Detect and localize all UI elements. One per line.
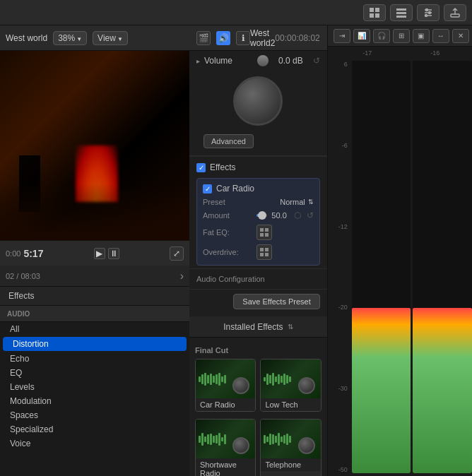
- wb: [210, 434, 212, 445]
- volume-header[interactable]: ▸ Volume 0.0 dB ↺: [189, 51, 327, 71]
- meter-top-label-r: -16: [430, 49, 439, 56]
- meter-channel-r: [413, 61, 472, 473]
- meter-label-n6: -6: [331, 142, 348, 149]
- play-button[interactable]: ▶: [94, 248, 105, 259]
- wb: [281, 376, 283, 383]
- wb: [275, 436, 277, 443]
- wb: [199, 376, 201, 382]
- share-button[interactable]: [444, 4, 466, 21]
- view-control[interactable]: View: [93, 31, 128, 45]
- save-effects-preset-button[interactable]: Save Effects Preset: [233, 294, 319, 309]
- info-icon[interactable]: ℹ: [236, 31, 250, 45]
- telephone-thumb[interactable]: Telephone: [260, 419, 321, 476]
- audio-specialized-item[interactable]: Specialized: [0, 422, 189, 436]
- volume-knob[interactable]: [233, 76, 283, 126]
- preset-chevron: ⇅: [308, 198, 314, 206]
- shortwave-thumb-knob: [232, 437, 249, 454]
- installed-effects-grid: Final Cut: [189, 338, 327, 476]
- audio-config-row: Audio Configuration: [189, 268, 327, 289]
- wb: [213, 376, 215, 383]
- fat-eq-grid-button[interactable]: [256, 225, 272, 240]
- amount-reset-icon[interactable]: ↺: [307, 210, 314, 220]
- wb: [199, 436, 201, 443]
- pause-button[interactable]: ⏸: [108, 248, 119, 259]
- svg-rect-2: [370, 13, 374, 18]
- meter-labels: 6 -6 -12 -20 -30 -50: [331, 61, 350, 473]
- shortwave-radio-thumb[interactable]: Shortwave Radio: [195, 419, 256, 476]
- telephone-thumb-img: [261, 420, 320, 458]
- audio-voice-item[interactable]: Voice: [0, 436, 189, 451]
- low-tech-thumb[interactable]: Low Tech: [260, 359, 321, 412]
- overdrive-grid-button[interactable]: [256, 244, 272, 260]
- fullscreen-button[interactable]: ⤢: [170, 246, 184, 261]
- car-radio-thumb[interactable]: Car Radio: [195, 359, 256, 412]
- audio-spaces-item[interactable]: Spaces: [0, 408, 189, 422]
- volume-section: ▸ Volume 0.0 dB ↺ Advanced: [189, 51, 327, 156]
- audio-label: AUDIO: [7, 310, 30, 318]
- svg-point-10: [426, 8, 428, 11]
- top-toolbar: [0, 0, 472, 25]
- meter-btn-5[interactable]: ▣: [413, 29, 430, 43]
- grid-view-button[interactable]: [363, 4, 386, 21]
- wb: [286, 375, 288, 383]
- clip-icon[interactable]: 🎬: [196, 31, 211, 45]
- timeline-header: 02 / 08:03 ›: [0, 266, 189, 287]
- preview-title: West world: [6, 33, 47, 43]
- meter-btn-4[interactable]: ⊞: [393, 29, 410, 43]
- audio-all-item[interactable]: All: [0, 322, 189, 336]
- clip-timecode: 00:00:08:02: [275, 33, 319, 43]
- effects-checkbox[interactable]: ✓: [196, 163, 206, 172]
- inspector-header: 🎬 🔊 ℹ West world2 00:00:08:02: [189, 25, 327, 51]
- wb: [269, 434, 271, 445]
- wb: [216, 435, 218, 444]
- meter-btn-3[interactable]: 🎧: [373, 29, 390, 43]
- meter-panel: ⇥ 📊 🎧 ⊞ ▣ ↔ ✕ -17 -16 6 -6 -12 -20 -30 -…: [327, 25, 472, 476]
- car-radio-checkbox[interactable]: ✓: [203, 184, 212, 194]
- wb: [283, 435, 285, 444]
- telephone-thumb-knob: [298, 437, 315, 454]
- meter-label-n20: -20: [331, 304, 348, 311]
- amount-slider-thumb: [258, 211, 266, 220]
- amount-slider[interactable]: [256, 214, 267, 217]
- installed-effects-sort[interactable]: ⇅: [288, 323, 293, 331]
- audio-eq-item[interactable]: EQ: [0, 366, 189, 380]
- car-radio-header: ✓ Car Radio: [197, 182, 319, 196]
- wb: [269, 375, 271, 383]
- audio-distortion-item[interactable]: Distortion: [3, 337, 187, 351]
- volume-knob-area: [189, 71, 327, 129]
- audio-echo-item[interactable]: Echo: [0, 352, 189, 366]
- shortwave-thumb-label: Shortwave Radio: [196, 458, 255, 476]
- audio-config-label: Audio Configuration: [196, 275, 265, 283]
- wb: [201, 433, 203, 446]
- meter-btn-2[interactable]: 📊: [353, 29, 370, 43]
- meter-label-6: 6: [331, 61, 348, 68]
- list-view-button[interactable]: [390, 4, 413, 21]
- advanced-button[interactable]: Advanced: [203, 134, 254, 148]
- zoom-control[interactable]: 38%: [53, 31, 87, 45]
- audio-icon[interactable]: 🔊: [216, 31, 230, 45]
- audio-levels-item[interactable]: Levels: [0, 380, 189, 394]
- volume-arrow: ▸: [196, 57, 200, 65]
- wb: [221, 437, 223, 441]
- meter-btn-1[interactable]: ⇥: [334, 29, 350, 43]
- overdrive-label: Overdrive:: [203, 248, 252, 256]
- inspector-title-group: 🎬 🔊 ℹ: [196, 31, 250, 45]
- effects-section: ✓ Effects ✓ Car Radio Preset Normal ⇅: [189, 156, 327, 316]
- wb: [289, 376, 291, 382]
- adjust-button[interactable]: [417, 4, 439, 21]
- advanced-section: Advanced: [189, 129, 327, 155]
- amount-lock-icon[interactable]: ⬡: [294, 210, 301, 220]
- meter-btn-7[interactable]: ✕: [452, 29, 469, 43]
- effects-group-label: Final Cut: [195, 343, 321, 356]
- svg-point-12: [425, 14, 427, 16]
- telephone-thumb-label: Telephone: [261, 458, 320, 471]
- meter-btn-6[interactable]: ↔: [432, 29, 449, 43]
- overdrive-row: Overdrive:: [197, 242, 319, 262]
- timeline-arrow[interactable]: ›: [180, 270, 184, 282]
- meter-channel-l: [352, 61, 411, 473]
- svg-rect-15: [265, 228, 269, 232]
- svg-rect-18: [260, 248, 264, 251]
- volume-mini-knob: [257, 55, 269, 66]
- audio-modulation-item[interactable]: Modulation: [0, 394, 189, 408]
- volume-reset-icon[interactable]: ↺: [313, 56, 320, 66]
